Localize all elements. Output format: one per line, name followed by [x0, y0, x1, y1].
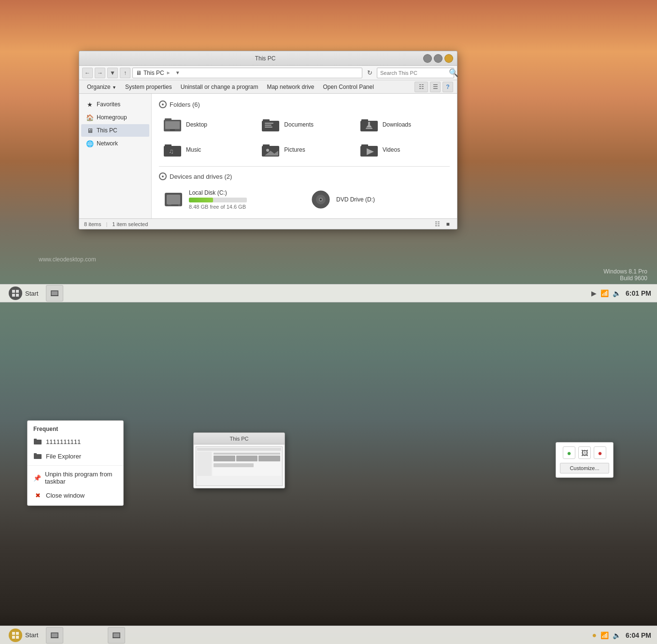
- refresh-button[interactable]: ↻: [364, 68, 375, 78]
- drive-d[interactable]: DVD Drive (D:): [306, 186, 450, 213]
- thumb-mini-explorer: [196, 446, 283, 486]
- watermark-top: www.cleodesktop.com: [39, 256, 96, 263]
- view-list-button[interactable]: ☷: [433, 220, 442, 228]
- taskbar-top-right: ▶ 📶 🔈 6:01 PM: [591, 289, 657, 297]
- svg-rect-37: [52, 291, 57, 295]
- folders-grid: Desktop Documents: [159, 114, 450, 160]
- systray-icons-bottom: ● 📶 🔈: [592, 631, 621, 640]
- svg-rect-1: [165, 118, 171, 121]
- maximize-button[interactable]: [434, 54, 443, 63]
- drive-c-progress-bar: [189, 198, 247, 202]
- folder-desktop[interactable]: Desktop: [159, 114, 253, 135]
- map-drive-button[interactable]: Map network drive: [263, 82, 318, 92]
- favorites-icon: ★: [86, 100, 94, 108]
- svg-rect-35: [16, 294, 19, 297]
- view-options-button[interactable]: ☷: [414, 82, 428, 92]
- drive-c-info: Local Disk (C:) 8.48 GB free of 14.6 GB: [189, 189, 299, 210]
- start-button-top[interactable]: Start: [4, 285, 43, 302]
- folder-downloads[interactable]: Downloads: [356, 114, 450, 135]
- svg-rect-13: [366, 128, 372, 129]
- folder-documents[interactable]: Documents: [257, 114, 351, 135]
- drive-c-name: Local Disk (C:): [189, 189, 299, 196]
- play-icon-top: ▶: [591, 289, 597, 297]
- help-button[interactable]: ?: [443, 82, 453, 92]
- systray-icon-2[interactable]: 🖼: [578, 446, 591, 459]
- svg-rect-10: [361, 119, 368, 122]
- uninstall-program-button[interactable]: Uninstall or change a program: [177, 82, 262, 92]
- system-properties-button[interactable]: System properties: [121, 82, 176, 92]
- folder-music[interactable]: ♫ Music: [159, 139, 253, 160]
- svg-rect-22: [361, 144, 368, 147]
- content-area: ● Folders (6) Desktop: [152, 94, 457, 218]
- search-input[interactable]: [380, 70, 447, 76]
- back-button[interactable]: ←: [82, 68, 93, 78]
- section-collapse-icon[interactable]: ●: [159, 100, 167, 108]
- taskbar-top: Start ▶ 📶 🔈 6:01 PM: [0, 284, 657, 302]
- win-version-top: Windows 8.1 Pro Build 9600: [603, 268, 647, 282]
- dropdown-nav-button[interactable]: ▼: [107, 68, 118, 78]
- minimize-button[interactable]: [423, 54, 432, 63]
- svg-rect-25: [167, 195, 180, 204]
- taskbar-bottom-left: Start: [0, 627, 125, 644]
- context-item-folder1[interactable]: 1111111111: [28, 434, 123, 449]
- file-explorer-icon: [33, 452, 42, 460]
- sidebar-item-homegroup[interactable]: 🏠 Homegroup: [81, 111, 149, 124]
- pane-button[interactable]: ☰: [430, 82, 441, 92]
- network-label: Network: [97, 140, 118, 147]
- thumb-titlebar: This PC: [194, 433, 285, 444]
- volume-icon-bottom: 🔈: [613, 631, 621, 639]
- address-dropdown[interactable]: ▼: [173, 70, 183, 75]
- taskbar-explorer-button-bottom-2[interactable]: [108, 627, 125, 644]
- svg-rect-5: [263, 119, 270, 122]
- forward-button[interactable]: →: [95, 68, 105, 78]
- svg-rect-44: [16, 632, 19, 635]
- svg-rect-6: [265, 123, 273, 124]
- drive-c[interactable]: Local Disk (C:) 8.48 GB free of 14.6 GB: [159, 186, 302, 213]
- close-button[interactable]: [444, 54, 453, 63]
- videos-folder-icon: [359, 142, 379, 157]
- thumb-content[interactable]: [194, 444, 285, 488]
- svg-rect-51: [114, 633, 119, 637]
- network-icon: 🌐: [86, 140, 94, 147]
- svg-rect-48: [52, 633, 57, 637]
- start-label-bottom: Start: [25, 631, 38, 639]
- systray-icon-3[interactable]: ●: [594, 446, 606, 459]
- sidebar: ★ Favorites 🏠 Homegroup 🖥 This PC 🌐 Netw…: [79, 94, 152, 218]
- svg-rect-7: [265, 125, 271, 126]
- homegroup-icon: 🏠: [86, 114, 94, 121]
- thispc-icon: 🖥: [86, 127, 94, 134]
- svg-rect-18: [263, 144, 270, 147]
- music-folder-icon: ♫: [163, 142, 182, 157]
- folder-icon-1: [33, 437, 42, 446]
- downloads-folder-label: Downloads: [383, 121, 411, 128]
- drive-c-size: 8.48 GB free of 14.6 GB: [189, 204, 299, 210]
- drives-collapse-icon[interactable]: ●: [159, 172, 167, 180]
- documents-folder-icon: [261, 117, 280, 132]
- up-button[interactable]: ↑: [120, 68, 130, 78]
- view-grid-button[interactable]: ■: [443, 220, 452, 228]
- organize-button[interactable]: Organize ▼: [83, 82, 120, 92]
- systray-icon-1[interactable]: ●: [563, 446, 575, 459]
- folder-videos[interactable]: Videos: [356, 139, 450, 160]
- control-panel-button[interactable]: Open Control Panel: [319, 82, 377, 92]
- folder-pictures[interactable]: Pictures: [257, 139, 351, 160]
- taskbar-explorer-button-bottom-1[interactable]: [46, 627, 63, 644]
- svg-rect-43: [12, 632, 15, 635]
- systray-icons-row: ● 🖼 ●: [560, 446, 609, 459]
- context-item-close[interactable]: ✖ Close window: [28, 488, 123, 502]
- context-item-unpin[interactable]: 📌 Unpin this program from taskbar: [28, 468, 123, 488]
- context-item-file-explorer[interactable]: File Explorer: [28, 449, 123, 463]
- toolbar: Organize ▼ System properties Uninstall o…: [79, 80, 457, 94]
- systray-icons-top: ▶ 📶 🔈: [591, 289, 621, 297]
- videos-folder-label: Videos: [383, 146, 400, 153]
- start-button-bottom[interactable]: Start: [4, 627, 43, 644]
- sidebar-item-this-pc[interactable]: 🖥 This PC: [81, 124, 149, 137]
- context-folder1-label: 1111111111: [46, 438, 81, 445]
- sidebar-item-favorites[interactable]: ★ Favorites: [81, 98, 149, 111]
- section-divider: [159, 166, 450, 167]
- drive-d-name: DVD Drive (D:): [336, 196, 446, 203]
- customize-button[interactable]: Customize...: [560, 463, 609, 473]
- sidebar-item-network[interactable]: 🌐 Network: [81, 137, 149, 150]
- address-path[interactable]: 🖥 This PC ► ▼: [132, 68, 362, 78]
- taskbar-explorer-button-top[interactable]: [46, 285, 63, 301]
